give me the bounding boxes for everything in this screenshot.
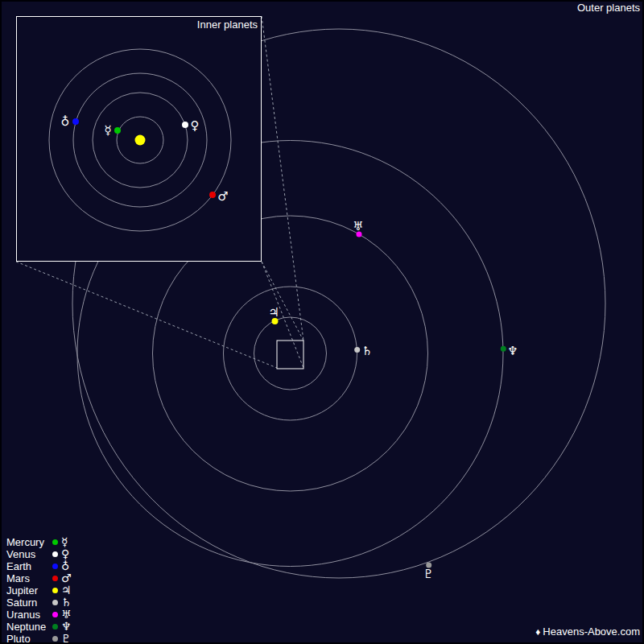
venus-color-dot <box>52 551 58 557</box>
heavens-above-diamond-icon: ♦ <box>535 626 540 638</box>
uranus-color-dot <box>52 612 58 617</box>
jupiter-orbit <box>254 317 327 390</box>
neptune-color-dot <box>52 624 58 630</box>
legend-label-saturn: Saturn <box>6 597 52 609</box>
mercury-symbol-icon: ☿ <box>61 536 68 548</box>
watermark-text: Heavens-Above.com <box>543 625 640 638</box>
legend-label-neptune: Neptune <box>6 621 52 633</box>
legend-row-neptune: Neptune♆ <box>6 621 72 633</box>
mars-color-dot <box>52 576 58 581</box>
watermark: ♦Heavens-Above.com <box>535 625 640 638</box>
inner-planets-title: Inner planets <box>197 19 258 31</box>
legend-row-jupiter: Jupiter♃ <box>6 584 72 597</box>
legend-label-uranus: Uranus <box>6 609 52 621</box>
legend-row-saturn: Saturn♄ <box>6 597 72 609</box>
legend-row-mercury: Mercury☿ <box>6 536 72 548</box>
neptune-symbol-icon: ♆ <box>507 344 518 358</box>
sun-dot <box>135 135 146 146</box>
jupiter-color-dot <box>52 588 58 593</box>
mercury-dot <box>114 127 121 134</box>
mercury-symbol-icon: ☿ <box>104 123 111 138</box>
venus-dot <box>182 122 188 128</box>
earth-symbol-icon: ♁ <box>61 114 70 129</box>
legend-label-jupiter: Jupiter <box>6 584 52 597</box>
zoom-callout-line-3 <box>262 262 303 341</box>
zoom-callout-line-4 <box>262 16 303 341</box>
mars-symbol-icon: ♂ <box>217 189 228 204</box>
inner-planets-chart: ☿♀♁♂ <box>17 17 261 261</box>
planet-legend: Mercury☿Venus♀Earth♁Mars♂Jupiter♃Saturn♄… <box>6 536 72 644</box>
legend-row-uranus: Uranus♅ <box>6 609 72 621</box>
inner-planets-zoom-box <box>277 341 303 369</box>
zoom-callout-line-1 <box>16 262 277 368</box>
solar-system-view: ♃♄♅♆♇ Inner planets ☿♀♁♂ Outer planets M… <box>0 0 644 644</box>
saturn-dot <box>354 347 360 353</box>
legend-row-pluto: Pluto♇ <box>6 633 72 644</box>
legend-row-venus: Venus♀ <box>6 548 72 560</box>
pluto-symbol-icon: ♇ <box>61 633 72 644</box>
jupiter-symbol-icon: ♃ <box>61 584 72 597</box>
venus-symbol-icon: ♀ <box>191 118 200 133</box>
neptune-symbol-icon: ♆ <box>61 621 72 633</box>
venus-symbol-icon: ♀ <box>61 548 69 560</box>
mars-dot <box>209 192 216 198</box>
legend-label-venus: Venus <box>6 548 52 560</box>
inner-planets-inset: Inner planets ☿♀♁♂ <box>16 16 262 262</box>
earth-dot <box>72 118 79 125</box>
saturn-symbol-icon: ♄ <box>61 597 72 609</box>
pluto-color-dot <box>52 636 58 642</box>
legend-label-mars: Mars <box>6 572 52 584</box>
saturn-symbol-icon: ♄ <box>361 344 372 358</box>
earth-color-dot <box>52 564 58 569</box>
mars-symbol-icon: ♂ <box>61 572 72 584</box>
uranus-symbol-icon: ♅ <box>61 609 72 621</box>
legend-label-mercury: Mercury <box>6 536 52 548</box>
mercury-color-dot <box>52 539 58 545</box>
pluto-symbol-icon: ♇ <box>423 567 433 581</box>
legend-row-earth: Earth♁ <box>6 560 72 572</box>
earth-symbol-icon: ♁ <box>61 560 69 572</box>
legend-label-earth: Earth <box>6 560 52 572</box>
legend-row-mars: Mars♂ <box>6 572 72 584</box>
jupiter-symbol-icon: ♃ <box>268 305 279 320</box>
neptune-dot <box>501 346 506 352</box>
saturn-color-dot <box>52 600 58 605</box>
outer-planets-title: Outer planets <box>577 2 640 14</box>
uranus-symbol-icon: ♅ <box>353 219 363 233</box>
legend-label-pluto: Pluto <box>6 633 52 644</box>
saturn-orbit <box>224 287 357 420</box>
